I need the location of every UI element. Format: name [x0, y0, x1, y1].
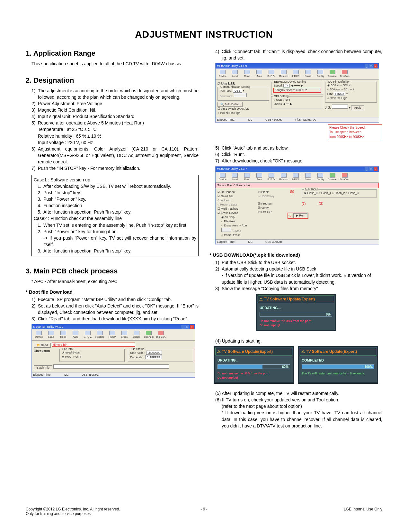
- checksum-label: Checksum: [34, 349, 50, 353]
- window-title: MStar ISP Utility V4.1.9: [217, 64, 247, 68]
- section-1-body: This specification sheet is applied to a…: [31, 60, 199, 67]
- left-column: 1. Application Range This specification …: [26, 48, 199, 429]
- readfile-checkbox[interactable]: Read File: [217, 194, 256, 198]
- page-footer: Copyright ©2012 LG Electronics. Inc. All…: [26, 507, 382, 516]
- tv-update-screenshot-2: ⚠ TV Software Update(Expert) UPDATING...…: [214, 346, 294, 384]
- usb-status: USB 450KHz: [82, 373, 99, 377]
- minimize-icon[interactable]: _: [365, 64, 368, 68]
- filearea-radio[interactable]: File Area: [221, 220, 235, 223]
- section-2-heading: 2. Designation: [26, 75, 199, 86]
- jig-select[interactable]: [332, 105, 348, 109]
- right-column: 4)Click "Connect" tab. If "Can't" is dis…: [209, 48, 382, 429]
- toolbar-erase[interactable]: Erase: [119, 330, 130, 340]
- tv-update-screenshot-3: ⚠ TV Software Update(Expert) COMPLETED 1…: [298, 346, 378, 384]
- reconnect-checkbox[interactable]: ReConnect: [217, 190, 256, 194]
- maximize-icon[interactable]: □: [369, 167, 373, 171]
- step-5-text: (5) After updating is complete, the TV w…: [215, 390, 382, 397]
- training-note: Only for training and service purposes: [26, 511, 120, 516]
- read-button[interactable]: 📂 Read: [34, 343, 51, 348]
- minimize-icon[interactable]: _: [181, 325, 185, 329]
- tv-update-screenshot-1: ⚠ TV Software Update(Expert) UPDATING...…: [256, 294, 336, 331]
- usb-radio[interactable]: USB: [273, 98, 282, 101]
- toolbar-device[interactable]: Device: [33, 330, 45, 340]
- speed-readout: Roughly Speed: 450 KHz: [273, 88, 321, 93]
- elapsed-label: Elapsed Time:: [33, 373, 51, 377]
- toolbar-disconnect[interactable]: Dis Con.: [155, 330, 167, 340]
- pin-select[interactable]: PIN6D: [334, 92, 346, 96]
- toolbar-hdcp[interactable]: HDCP: [106, 330, 118, 340]
- apply-button[interactable]: Apply: [351, 105, 364, 110]
- case1-heading: Case1 : Software version up: [34, 177, 196, 183]
- window-title: MStar ISP Utility V4.3.7: [217, 167, 247, 171]
- file-info-group: File Info: [62, 347, 73, 351]
- pull-pin-checkbox[interactable]: [217, 111, 220, 115]
- case-box: Case1 : Software version up 1.After down…: [31, 175, 199, 257]
- section-3-heading: 3. Main PCB check process: [26, 266, 199, 276]
- opt-0x00[interactable]: 0x00: [62, 355, 71, 358]
- apc-note: * APC - After Manual-Insert, executing A…: [31, 278, 199, 285]
- opt-0xff[interactable]: 0xFF: [73, 355, 82, 358]
- toolbar-connect[interactable]: Connect: [143, 330, 155, 340]
- start-addr-field[interactable]: 0x000000: [146, 351, 162, 355]
- section-1-heading: 1. Application Range: [26, 48, 199, 59]
- toolbar-read[interactable]: Read: [58, 330, 69, 340]
- close-icon[interactable]: ×: [374, 167, 377, 171]
- progress-bar: 100%: [302, 364, 374, 369]
- run-button[interactable]: ▶ Run: [293, 213, 307, 218]
- progress-bar: 0%: [260, 312, 332, 316]
- toolbar-bpv[interactable]: B. P. V.: [82, 330, 93, 340]
- toolbar-load[interactable]: Load: [45, 330, 57, 340]
- copyright-text: Copyright ©2012 LG Electronics. Inc. All…: [26, 507, 120, 511]
- close-icon[interactable]: ×: [374, 64, 377, 68]
- step-4-text: (4) Updating is starting.: [215, 338, 382, 344]
- i2c-status: I2C: [64, 373, 69, 377]
- page-title: ADJUSTMENT INSTRUCTION: [26, 29, 382, 40]
- list-text: The adjustment is according to the order…: [38, 87, 199, 100]
- auto-detect-button[interactable]: 🔍 Auto Detect: [217, 102, 243, 107]
- callout-5: (5): [290, 189, 294, 194]
- pin1-switch-checkbox[interactable]: pin 1 switch UART/I2c: [217, 107, 269, 111]
- isp-config-screenshot: MStar ISP Utility V4.1.9 _ □ × Device Lo…: [215, 63, 379, 123]
- minimize-icon[interactable]: _: [365, 167, 368, 171]
- file-status-group: File Status: [130, 347, 145, 351]
- erasedevice-checkbox[interactable]: Erase Device: [217, 211, 256, 215]
- program-checkbox[interactable]: Program: [258, 202, 287, 206]
- step-6-note: * If downloading version is higher than …: [222, 409, 382, 429]
- end-addr-field[interactable]: 0x1FFFFF: [145, 355, 162, 359]
- step-6-text: (6) If TV turns on, check your updated v…: [215, 397, 382, 403]
- verify-checkbox[interactable]: Verify: [258, 206, 287, 210]
- multiflash-checkbox[interactable]: Multi Flashes: [217, 207, 256, 211]
- callout-6: (6): [288, 214, 292, 217]
- page-number: - 9 -: [200, 507, 207, 511]
- toolbar-auto[interactable]: Auto: [70, 330, 81, 340]
- progress-bar: 62%: [217, 364, 290, 369]
- speed-warning-box: Please Check the Speed : To use speed be…: [328, 124, 382, 140]
- list-number: 1): [31, 87, 38, 100]
- toolbar-config[interactable]: Config: [131, 330, 142, 340]
- spi-radio[interactable]: SPI: [283, 98, 290, 101]
- close-icon[interactable]: ×: [190, 325, 194, 329]
- internal-use-label: LGE Internal Use Only: [344, 507, 382, 516]
- maximize-icon[interactable]: □: [369, 64, 373, 68]
- partial-radio[interactable]: Partial Erase: [221, 234, 240, 237]
- flash0-radio[interactable]: Flash_0: [304, 191, 318, 195]
- reverse-high-checkbox[interactable]: [327, 96, 330, 100]
- exitisp-checkbox[interactable]: Exit ISP: [258, 210, 287, 214]
- batch-file-button[interactable]: Batch File: [34, 365, 52, 370]
- toolbar-restore[interactable]: Restore: [94, 330, 106, 340]
- case2-heading: Case2 : Function check at the assembly l…: [34, 215, 196, 222]
- tv-status: UPDATING...: [260, 306, 332, 311]
- window-title: MStar ISP Utility V4.1.9: [33, 325, 63, 329]
- blank-checkbox[interactable]: Blank: [258, 190, 287, 194]
- boot-download-heading: * Boot file Download: [26, 289, 199, 296]
- file-path-field[interactable]: filexxx.bin: [52, 343, 135, 347]
- ok-text: .OK: [318, 202, 323, 206]
- toolbar: Device Load Read Auto B. P. V. Restore H…: [32, 329, 195, 341]
- batch-file-field[interactable]: [53, 364, 169, 369]
- source-file-bar: Source File: C:\filexxx.bin: [216, 183, 379, 188]
- maximize-icon[interactable]: □: [185, 325, 189, 329]
- usb-download-heading: * USB DOWNLOAD(*.epk file download): [209, 252, 382, 259]
- allchip-radio[interactable]: All Chip: [221, 216, 235, 219]
- erasearea-radio[interactable]: Erase Area: [221, 224, 238, 227]
- isp-read-screenshot: MStar ISP Utility V4.1.9 _ □ × Device Lo…: [31, 324, 195, 377]
